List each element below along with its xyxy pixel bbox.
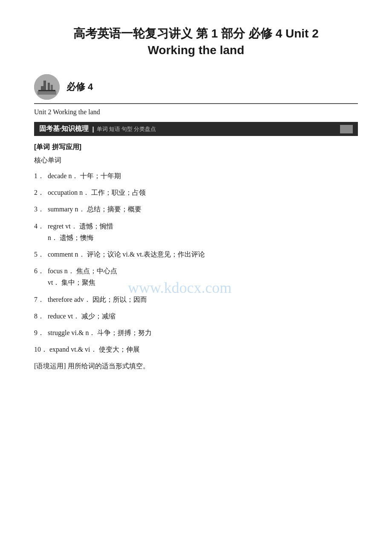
- vocab-pos-7: adv．: [74, 296, 91, 303]
- vocab-entry-2: occupation: [48, 189, 78, 196]
- book-header: 必修 4: [34, 74, 358, 104]
- svg-rect-6: [37, 91, 56, 95]
- section-header-divider: |: [92, 125, 94, 133]
- title-line1: 高考英语一轮复习讲义 第 1 部分 必修 4 Unit 2: [34, 26, 358, 42]
- usage-label: [语境运用] 用所给词的适当形式填空。: [34, 362, 358, 371]
- vocab-pos-3: n．: [75, 205, 85, 213]
- vocab-meaning-6: 焦点；中心点: [76, 267, 117, 275]
- svg-rect-5: [38, 90, 55, 91]
- vocab-meaning-3: 总结；摘要；概要: [87, 205, 141, 213]
- usage-section-label: [语境运用]: [34, 362, 66, 370]
- vocab-entry-3: summary: [48, 205, 73, 213]
- vocab-item-2: 2． occupation n． 工作；职业；占领: [34, 187, 358, 198]
- section-header: 固考基·知识梳理 | 单词 短语 句型 分类盘点: [34, 122, 358, 136]
- vocab-meaning-5: 评论；议论 vi.& vt.表达意见；作出评论: [87, 251, 205, 258]
- section-header-sub: 单词 短语 句型 分类盘点: [97, 125, 156, 133]
- vocab-num-1: 1．: [34, 170, 46, 182]
- vocab-meaning-8: 减少；减缩: [81, 312, 115, 320]
- vocab-meaning-1: 十年；十年期: [80, 172, 121, 179]
- vocab-item-7: 7． therefore adv． 因此；所以；因而: [34, 294, 358, 305]
- vocab-meaning-7: 因此；所以；因而: [92, 296, 147, 303]
- vocab-pos-8: vt．: [68, 312, 80, 320]
- vocab-num-4: 4．: [34, 220, 46, 232]
- vocab-pos-6: n．: [64, 267, 75, 275]
- svg-rect-4: [51, 85, 53, 90]
- vocab-item-9: 9． struggle vi.& n． 斗争；拼搏；努力: [34, 327, 358, 338]
- vocab-meaning-4b: 遗憾；懊悔: [60, 234, 94, 241]
- vocab-pos-6b: vt．: [48, 279, 60, 286]
- vocab-item-4: 4． regret vt． 遗憾；惋惜 n． 遗憾；懊悔: [34, 220, 358, 243]
- svg-point-0: [34, 74, 60, 100]
- usage-section-instruction: 用所给词的适当形式填空。: [68, 362, 150, 370]
- vocab-entry-5: comment: [48, 251, 73, 258]
- page-title: 高考英语一轮复习讲义 第 1 部分 必修 4 Unit 2 Working th…: [34, 26, 358, 57]
- book-icon: [34, 74, 60, 100]
- vocab-num-9: 9．: [34, 327, 46, 338]
- unit-subtitle: Unit 2 Working the land: [34, 108, 358, 116]
- vocab-meaning-9: 斗争；拼搏；努力: [97, 329, 152, 336]
- vocab-entry-7: therefore: [48, 296, 72, 303]
- section-header-right-block: [340, 125, 353, 133]
- vocab-meaning-10: 使变大；伸展: [99, 346, 140, 353]
- vocab-item-3: 3． summary n． 总结；摘要；概要: [34, 203, 358, 215]
- vocab-pos-1: n．: [68, 172, 78, 179]
- vocab-pos-9: vi.& n．: [72, 329, 96, 336]
- vocab-entry-4: regret: [48, 223, 63, 230]
- vocab-num-2: 2．: [34, 187, 46, 198]
- book-title-label: 必修 4: [66, 81, 93, 93]
- vocab-num-7: 7．: [34, 294, 46, 305]
- vocab-entry-10: expand: [49, 346, 69, 353]
- title-line2: Working the land: [34, 43, 358, 57]
- vocab-num-6: 6．: [34, 265, 46, 277]
- vocab-item-5: 5． comment n． 评论；议论 vi.& vt.表达意见；作出评论: [34, 249, 358, 260]
- section-header-main: 固考基·知识梳理: [39, 124, 89, 133]
- vocab-item-8: 8． reduce vt． 减少；减缩: [34, 310, 358, 322]
- vocab-pos-4: vt．: [65, 223, 77, 230]
- vocab-item-6: 6． focus n． 焦点；中心点 vt． 集中；聚焦: [34, 265, 358, 288]
- vocab-meaning-2: 工作；职业；占领: [91, 189, 146, 196]
- vocab-num-3: 3．: [34, 203, 46, 215]
- vocab-pos-10: vt.& vi．: [71, 346, 97, 353]
- vocab-meaning-6b: 集中；聚焦: [61, 279, 95, 286]
- subsection-label: [单词 拼写应用]: [34, 143, 358, 152]
- vocab-pos-2: n．: [79, 189, 89, 196]
- vocab-entry-9: struggle: [48, 329, 70, 336]
- vocab-num-10: 10．: [34, 344, 48, 355]
- svg-rect-3: [41, 86, 44, 90]
- core-label: 核心单词: [34, 156, 358, 165]
- vocab-num-8: 8．: [34, 310, 46, 322]
- vocab-pos-4b: n．: [48, 234, 58, 241]
- vocab-item-1: 1． decade n． 十年；十年期: [34, 170, 358, 182]
- vocab-meaning-4: 遗憾；惋惜: [79, 223, 113, 230]
- svg-rect-2: [48, 83, 50, 90]
- vocab-num-5: 5．: [34, 249, 46, 260]
- vocab-entry-6: focus: [48, 267, 63, 275]
- vocab-entry-1: decade: [48, 172, 66, 179]
- vocab-item-10: 10． expand vt.& vi． 使变大；伸展: [34, 344, 358, 355]
- vocab-entry-8: reduce: [48, 312, 66, 320]
- vocab-pos-5: n．: [75, 251, 85, 258]
